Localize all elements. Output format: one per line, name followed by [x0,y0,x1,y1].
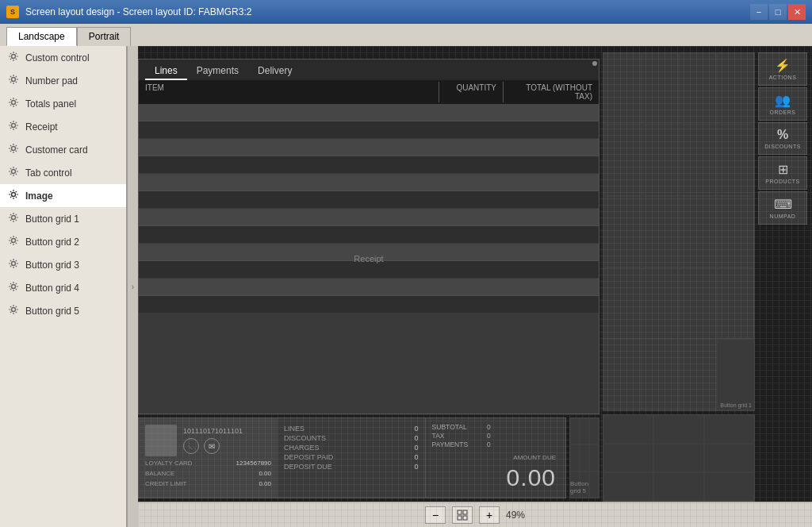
gear-icon-12 [8,304,19,317]
sidebar-item-customer-card[interactable]: Customer card [0,138,126,161]
payments-label: PAYMENTS [432,440,469,448]
gear-icon-7 [8,189,19,202]
customer-panel: 101110171011101 📞 ✉ LOYALTY CARD [138,417,566,498]
svg-point-0 [12,55,16,59]
table-row [139,279,599,296]
tax-row: TAX 0 [432,432,491,440]
table-row [139,121,599,139]
subtotals: SUBTOTAL 0 TAX 0 PAYMENTS 0 [426,418,497,498]
actions-button[interactable]: ⚡ ACTIONS [758,52,807,86]
grid-cell [642,53,680,125]
gear-icon-9 [8,235,19,248]
receipt-tab-payments[interactable]: Payments [187,63,248,80]
receipt-container: Lines Payments Delivery ITEM QUANTITY TO… [138,59,599,414]
sidebar: Custom control Number pad Totals panel R… [0,46,127,527]
customer-info: 101110171011101 📞 ✉ LOYALTY CARD [139,418,278,498]
products-icon: ⊞ [778,162,788,177]
sidebar-item-number-pad[interactable]: Number pad [0,69,126,92]
chevron-right-icon: › [132,283,134,291]
grid-cell [603,444,653,472]
sidebar-item-totals-panel[interactable]: Totals panel [0,92,126,115]
sidebar-collapse-toggle[interactable]: › [127,46,138,527]
actions-label: ACTIONS [769,75,797,80]
close-button[interactable]: ✕ [788,4,806,20]
gear-icon-5 [8,143,19,156]
tab-landscape[interactable]: Landscape [6,27,77,46]
loyalty-card-label: LOYALTY CARD [145,460,193,467]
receipt-rows: Receipt [139,104,599,414]
grid-cell: Button grid 1 [717,339,755,410]
sidebar-label-button-grid-1: Button grid 1 [25,213,79,225]
charges-label: CHARGES [284,444,320,452]
deposit-due-row: DEPOSIT DUE 0 [284,463,419,471]
numpad-button[interactable]: ⌨ NUMPAD [758,191,807,225]
grid-cell [642,196,680,267]
svg-point-3 [12,124,16,128]
lines-summary: LINES 0 DISCOUNTS 0 CHARGES 0 [278,418,425,498]
right-side: Button grid 1 ⚡ ACTIONS 👥 ORDERS [599,46,807,502]
minimize-button[interactable]: − [750,4,768,20]
grid-cell [679,267,717,339]
sidebar-label-button-grid-4: Button grid 4 [25,283,79,294]
sidebar-item-custom-control[interactable]: Custom control [0,46,126,69]
sidebar-item-image[interactable]: Image [0,184,126,207]
sidebar-item-button-grid-2[interactable]: Button grid 2 [0,230,126,253]
grid-cell [679,196,717,267]
grid-cell [603,339,642,410]
balance-row: BALANCE 0.00 [145,470,271,477]
gear-icon-2 [8,74,19,87]
orders-label: ORDERS [770,110,796,115]
zoom-in-button[interactable]: + [479,506,500,524]
customer-avatar-row: 101110171011101 📞 ✉ [145,425,271,456]
sidebar-item-button-grid-4[interactable]: Button grid 4 [0,276,126,299]
receipt-tab-lines[interactable]: Lines [145,63,187,80]
sidebar-item-button-grid-5[interactable]: Button grid 5 [0,299,126,322]
grid-cell [653,415,703,444]
subtotal-value: 0 [487,423,491,431]
svg-point-1 [12,78,16,82]
phone-button[interactable]: 📞 [183,438,199,454]
table-row [139,139,599,156]
svg-rect-13 [463,510,467,514]
grid-cell [603,125,642,196]
lines-row: LINES 0 [284,425,419,433]
subtotal-label: SUBTOTAL [432,423,467,431]
sidebar-item-tab-control[interactable]: Tab control [0,161,126,184]
fit-icon [457,510,468,521]
grid-cell [679,125,717,196]
zoom-bar: − + 49% [138,502,812,527]
amount-due-label: AMOUNT DUE [513,454,556,461]
sidebar-item-receipt[interactable]: Receipt [0,115,126,138]
deposit-due-value: 0 [403,463,419,471]
grid-cell [704,472,754,501]
grid-cell [603,415,653,444]
email-button[interactable]: ✉ [204,438,220,454]
grid-cell [642,125,680,196]
grid-cell [717,196,755,267]
window-title: Screen layout design - Screen layout ID:… [25,6,251,17]
amount-due-value: 0.00 [507,464,556,491]
button-grid-1-label: Button grid 1 [720,402,752,408]
grid-cell [603,196,642,267]
grid-cell [570,418,580,444]
sidebar-item-button-grid-3[interactable]: Button grid 3 [0,253,126,276]
grid-cell [580,444,589,471]
table-row [139,209,599,226]
svg-point-6 [12,193,16,197]
maximize-button[interactable]: □ [769,4,787,20]
tab-portrait[interactable]: Portrait [77,27,132,46]
sidebar-label-button-grid-2: Button grid 2 [25,237,79,248]
zoom-out-button[interactable]: − [425,506,446,524]
zoom-fit-button[interactable] [452,506,473,524]
lines-label: LINES [284,425,304,433]
receipt-tabs: Lines Payments Delivery [139,60,599,80]
sidebar-item-button-grid-1[interactable]: Button grid 1 [0,207,126,230]
balance-label: BALANCE [145,470,174,477]
products-button[interactable]: ⊞ PRODUCTS [758,156,807,190]
gear-icon-3 [8,97,19,110]
discounts-button[interactable]: % DISCOUNTS [758,122,807,155]
sidebar-label-image: Image [25,190,53,202]
credit-limit-value: 0.00 [259,480,271,487]
receipt-tab-delivery[interactable]: Delivery [248,63,301,80]
orders-button[interactable]: 👥 ORDERS [758,87,807,121]
